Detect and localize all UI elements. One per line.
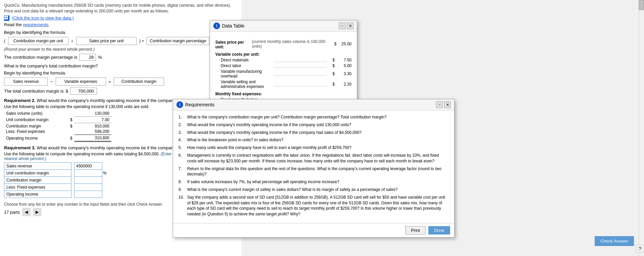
table-row: Unit contribution margin % bbox=[4, 170, 109, 177]
sales-price-row: Sales price per unit: (current monthly s… bbox=[215, 38, 352, 50]
table-row: Contribution margin $ 910,000 bbox=[4, 123, 111, 130]
req-title-bar: i Requirements − ✕ bbox=[173, 99, 454, 110]
requirements-dialog: i Requirements − ✕ 1. What is the compan… bbox=[173, 99, 454, 238]
requirements-link[interactable]: requirements bbox=[23, 22, 48, 27]
formula-right-box: Sales price per unit bbox=[76, 37, 137, 45]
list-item: 9. What is the company's current margin … bbox=[178, 187, 449, 193]
req-title: Requirements bbox=[185, 102, 214, 107]
cm-percentage-input[interactable] bbox=[79, 54, 96, 61]
total-cm-value: 700,000 bbox=[70, 88, 97, 95]
total-cm-answer: The total contribution margin is $ 700,0… bbox=[4, 88, 237, 95]
svg-rect-1 bbox=[6, 16, 8, 17]
r2-label-0: Sales volume (units) bbox=[4, 110, 65, 117]
r3-input-1[interactable] bbox=[75, 170, 95, 176]
formula-operator: ÷ bbox=[71, 39, 73, 44]
data-table-title-bar: i Data Table − ✕ bbox=[210, 20, 357, 32]
r2-val-3: 599,200 bbox=[74, 129, 111, 135]
table-row: Sales revenue bbox=[4, 163, 109, 170]
formula-row: ( Contribution margin per unit ÷ Sales p… bbox=[4, 37, 237, 45]
next-arrow[interactable]: ▶ bbox=[33, 208, 41, 216]
grid-icon bbox=[4, 15, 9, 21]
r3-input-3[interactable] bbox=[75, 184, 102, 190]
monthly-fixed-label: Monthly fixed expenses: bbox=[215, 92, 352, 96]
var-row-3: Variable selling and administrative expe… bbox=[215, 80, 352, 89]
total-cm-formula: Sales revenue − Variable expenses = Cont… bbox=[4, 78, 237, 86]
table-row: Less: Fixed expenses 599,200 bbox=[4, 129, 111, 135]
print-button[interactable]: Print bbox=[405, 226, 426, 235]
var-row-2: Variable manufacturing overhead $ 3.30 bbox=[215, 69, 352, 79]
sales-price-note: (current monthly sales volume is 100,000… bbox=[252, 39, 328, 49]
help-icon[interactable]: ? bbox=[636, 245, 644, 253]
prev-arrow[interactable]: ◀ bbox=[22, 208, 31, 216]
r2-val-2: 910,000 bbox=[74, 123, 111, 130]
r3-input-0[interactable] bbox=[75, 163, 102, 169]
formula-result-box: Contribution margin percentage bbox=[147, 37, 209, 45]
var-row-0: Direct materials $ 7.50 bbox=[215, 58, 352, 62]
req-close[interactable]: ✕ bbox=[444, 101, 451, 108]
req-footer: Print Done bbox=[173, 223, 454, 237]
r2-val-1: 7.00 bbox=[74, 117, 111, 123]
r3-input-2[interactable] bbox=[75, 177, 102, 183]
cm-percentage-answer: The contribution margin percentage is %. bbox=[4, 54, 237, 61]
r2-val-0: 130,000 bbox=[74, 110, 111, 117]
total-cm-operator: − bbox=[50, 79, 53, 84]
list-item: 10. Say the company adds a second size o… bbox=[178, 195, 449, 217]
table-row: Operating income bbox=[4, 191, 109, 198]
table-row: Unit contribution margin $ 7.00 bbox=[4, 117, 111, 123]
r2-label-4: Operating income bbox=[4, 135, 65, 142]
list-item: 2. What would the company's monthly oper… bbox=[178, 122, 449, 128]
list-item: 5. How many units would the company have… bbox=[178, 145, 449, 151]
info-icon: i bbox=[213, 22, 220, 29]
svg-rect-3 bbox=[6, 18, 8, 19]
scrollbar-thumb[interactable] bbox=[639, 0, 644, 10]
list-item: 1. What is the company's contribution ma… bbox=[178, 114, 449, 120]
req-minimize[interactable]: − bbox=[436, 101, 443, 108]
list-item: 8. If sales volume increases by 7%, by w… bbox=[178, 179, 449, 185]
table-row: Sales volume (units) 130,000 bbox=[4, 110, 111, 117]
table-row: Contribution margin bbox=[4, 177, 109, 184]
req3-table: Sales revenue Unit contribution margin %… bbox=[4, 162, 109, 198]
formula-left-box: Contribution margin per unit bbox=[8, 37, 68, 45]
data-table-title: Data Table bbox=[222, 23, 245, 29]
table-row: Operating income $ 310,800 bbox=[4, 135, 111, 142]
list-item: 6. Management is currently in contract n… bbox=[178, 153, 449, 164]
req-controls: − ✕ bbox=[436, 101, 451, 108]
list-item: 7. Return to the original data for this … bbox=[178, 166, 449, 177]
svg-rect-2 bbox=[4, 18, 6, 19]
r3-label-0: Sales revenue bbox=[4, 163, 71, 170]
r3-label-4: Operating income bbox=[4, 191, 71, 198]
r2-val-4: 310,800 bbox=[74, 135, 111, 142]
parts-label: 17 parts bbox=[4, 210, 20, 215]
scrollbar[interactable] bbox=[639, 0, 644, 256]
total-cm-left: Sales revenue bbox=[4, 78, 48, 86]
req-content: 1. What is the company's contribution ma… bbox=[173, 110, 454, 223]
svg-rect-0 bbox=[4, 16, 6, 17]
sales-price-label: Sales price per unit: bbox=[215, 40, 250, 49]
total-cm-result: Contribution margin bbox=[114, 78, 164, 86]
list-item: 3. What would the company's monthly oper… bbox=[178, 130, 449, 136]
r2-label-2: Contribution margin bbox=[4, 123, 65, 130]
round-note: (Round your answer to the nearest whole … bbox=[4, 47, 237, 52]
data-table-close[interactable]: ✕ bbox=[347, 22, 354, 29]
r2-label-3: Less: Fixed expenses bbox=[4, 129, 65, 135]
r2-label-1: Unit contribution margin bbox=[4, 117, 65, 123]
begin-formula-label-2: Begin by identifying the formula. bbox=[4, 70, 237, 75]
total-cm-question: What is the company's total contribution… bbox=[4, 63, 237, 68]
begin-formula-label: Begin by identifying the formula. bbox=[4, 30, 237, 35]
r3-label-3: Less: Fixed expenses bbox=[4, 184, 71, 191]
done-button[interactable]: Done bbox=[428, 226, 450, 235]
req-info-icon: i bbox=[176, 101, 183, 108]
req-list: 1. What is the company's contribution ma… bbox=[178, 114, 449, 217]
data-table-controls: − ✕ bbox=[339, 22, 354, 29]
data-table-minimize[interactable]: − bbox=[339, 22, 345, 29]
variable-costs-label: Variable costs per unit: bbox=[215, 52, 352, 57]
r3-label-2: Contribution margin bbox=[4, 177, 71, 184]
r3-input-4[interactable] bbox=[75, 191, 102, 197]
r3-label-1: Unit contribution margin bbox=[4, 170, 71, 177]
req2-table: Sales volume (units) 130,000 Unit contri… bbox=[4, 110, 111, 142]
total-cm-right: Variable expenses bbox=[56, 78, 106, 86]
table-row: Less: Fixed expenses bbox=[4, 184, 109, 191]
list-item: 4. What is the breakeven point in units?… bbox=[178, 137, 449, 143]
click-icon-link[interactable]: (Click the icon to view the data.) bbox=[12, 15, 74, 20]
check-answer-button[interactable]: Check Answer bbox=[595, 236, 634, 246]
